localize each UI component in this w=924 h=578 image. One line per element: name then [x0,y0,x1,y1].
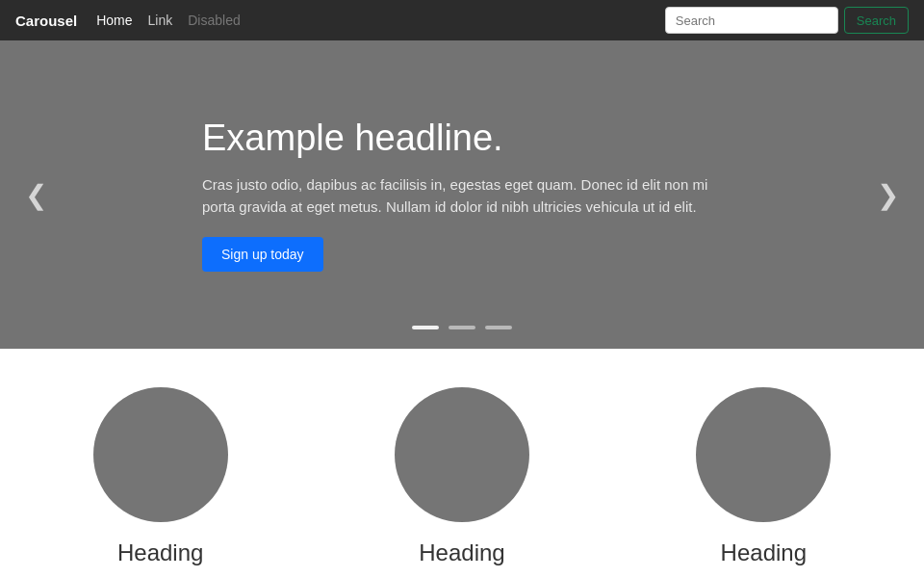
carousel-content: Example headline. Cras justo odio, dapib… [125,118,799,272]
carousel: ❮ Example headline. Cras justo odio, dap… [0,40,924,349]
carousel-signup-button[interactable]: Sign up today [202,237,323,272]
card-1-heading: Heading [117,539,203,566]
carousel-text: Cras justo odio, dapibus ac facilisis in… [202,174,722,218]
card-2-heading: Heading [419,539,504,566]
carousel-indicator-2[interactable] [449,326,475,329]
card-2: Heading Duis mollis, est non commodo luc… [327,387,597,578]
navbar-search: Search [665,7,909,34]
carousel-headline: Example headline. [202,118,722,159]
card-2-image [395,387,529,522]
navbar-brand[interactable]: Carousel [15,13,77,29]
nav-link-link[interactable]: Link [148,13,173,28]
content-section: Heading Donec sed odio dui. Etiam porta … [0,349,924,578]
carousel-indicator-3[interactable] [485,326,512,329]
card-3-heading: Heading [721,539,807,566]
card-1-image [93,387,228,522]
nav-link-home[interactable]: Home [96,13,132,28]
carousel-indicators [412,326,512,329]
card-3-image [696,387,831,522]
carousel-next-button[interactable]: ❯ [867,170,909,221]
nav-links: Home Link Disabled [96,13,665,28]
carousel-indicator-1[interactable] [412,326,439,329]
carousel-prev-button[interactable]: ❮ [15,170,57,221]
nav-link-disabled: Disabled [188,13,240,28]
card-3: Heading Donec sed odio dui. Cras justo o… [629,387,898,578]
card-1: Heading Donec sed odio dui. Etiam porta … [26,387,295,578]
search-input[interactable] [665,7,838,34]
navbar: Carousel Home Link Disabled Search [0,0,924,40]
search-button[interactable]: Search [844,7,909,34]
